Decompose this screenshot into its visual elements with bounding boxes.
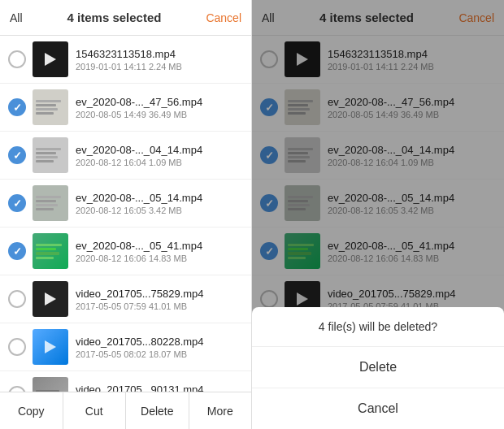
file-name: ev_2020-08-..._47_56.mp4 [76, 96, 243, 108]
left-header-title: 4 items selected [67, 11, 162, 24]
file-name: ev_2020-08-..._05_41.mp4 [76, 240, 243, 252]
file-thumbnail [33, 233, 68, 269]
left-bottom-bar: CopyCutDeleteMore [0, 392, 251, 429]
file-checkbox[interactable] [8, 146, 26, 164]
file-name: 1546323113518.mp4 [76, 48, 243, 60]
bottom-bar-button[interactable]: Cut [63, 392, 127, 429]
file-checkbox[interactable] [8, 338, 26, 356]
file-checkbox[interactable] [8, 50, 26, 68]
file-info: video_201705...75829.mp42017-05-05 07:59… [76, 288, 243, 311]
right-panel: All 4 items selected Cancel 154632311351… [252, 0, 504, 429]
file-thumbnail [33, 137, 68, 173]
list-item[interactable]: ev_2020-08-..._05_41.mp42020-08-12 16:06… [0, 228, 251, 275]
file-meta: 2020-08-12 16:05 3.42 MB [76, 206, 243, 215]
file-name: video_201705...90131.mp4 [76, 384, 243, 392]
list-item[interactable]: video_201705...80228.mp42017-05-05 08:02… [0, 323, 251, 371]
left-header: All 4 items selected Cancel [0, 0, 251, 36]
file-meta: 2020-08-12 16:04 1.09 MB [76, 158, 243, 167]
file-checkbox[interactable] [8, 242, 26, 260]
file-info: video_201705...90131.mp42017-05-05 19:01… [76, 384, 243, 392]
file-checkbox[interactable] [8, 194, 26, 212]
file-thumbnail [33, 281, 68, 317]
file-info: ev_2020-08-..._05_14.mp42020-08-12 16:05… [76, 192, 243, 215]
file-meta: 2020-08-05 14:49 36.49 MB [76, 110, 243, 119]
list-item[interactable]: video_201705...90131.mp42017-05-05 19:01… [0, 371, 251, 392]
dialog-box: 4 file(s) will be deleted? Delete Cancel [252, 307, 504, 429]
file-meta: 2017-05-05 08:02 18.07 MB [76, 349, 243, 359]
list-item[interactable]: 1546323113518.mp42019-01-01 14:11 2.24 M… [0, 36, 251, 84]
file-thumbnail [33, 329, 68, 365]
file-info: 1546323113518.mp42019-01-01 14:11 2.24 M… [76, 48, 243, 72]
list-item[interactable]: video_201705...75829.mp42017-05-05 07:59… [0, 275, 251, 323]
list-item[interactable]: ev_2020-08-..._05_14.mp42020-08-12 16:05… [0, 180, 251, 228]
file-name: video_201705...80228.mp4 [76, 336, 243, 348]
file-checkbox[interactable] [8, 386, 26, 392]
file-thumbnail [33, 377, 68, 392]
left-cancel-button[interactable]: Cancel [206, 11, 241, 24]
file-name: ev_2020-08-..._05_14.mp4 [76, 192, 243, 204]
left-panel: All 4 items selected Cancel 154632311351… [0, 0, 252, 429]
file-meta: 2020-08-12 16:06 14.83 MB [76, 254, 243, 263]
file-info: ev_2020-08-..._47_56.mp42020-08-05 14:49… [76, 96, 243, 119]
list-item[interactable]: ev_2020-08-..._04_14.mp42020-08-12 16:04… [0, 132, 251, 180]
file-name: video_201705...75829.mp4 [76, 288, 243, 300]
file-meta: 2019-01-01 14:11 2.24 MB [76, 62, 243, 72]
bottom-bar-button[interactable]: More [189, 392, 252, 429]
file-thumbnail [33, 41, 68, 77]
dialog-overlay: 4 file(s) will be deleted? Delete Cancel [252, 0, 504, 429]
dialog-cancel-button[interactable]: Cancel [252, 388, 504, 429]
list-item[interactable]: ev_2020-08-..._47_56.mp42020-08-05 14:49… [0, 84, 251, 132]
bottom-bar-button[interactable]: Copy [0, 392, 63, 429]
left-all-button[interactable]: All [10, 11, 23, 24]
file-checkbox[interactable] [8, 98, 26, 116]
dialog-delete-button[interactable]: Delete [252, 347, 504, 388]
dialog-message: 4 file(s) will be deleted? [252, 307, 504, 347]
file-checkbox[interactable] [8, 290, 26, 308]
file-info: ev_2020-08-..._04_14.mp42020-08-12 16:04… [76, 144, 243, 167]
file-info: ev_2020-08-..._05_41.mp42020-08-12 16:06… [76, 240, 243, 263]
left-file-list: 1546323113518.mp42019-01-01 14:11 2.24 M… [0, 36, 251, 392]
file-thumbnail [33, 185, 68, 221]
file-name: ev_2020-08-..._04_14.mp4 [76, 144, 243, 156]
file-info: video_201705...80228.mp42017-05-05 08:02… [76, 336, 243, 359]
file-meta: 2017-05-05 07:59 41.01 MB [76, 301, 243, 311]
bottom-bar-button[interactable]: Delete [126, 392, 189, 429]
file-thumbnail [33, 89, 68, 125]
